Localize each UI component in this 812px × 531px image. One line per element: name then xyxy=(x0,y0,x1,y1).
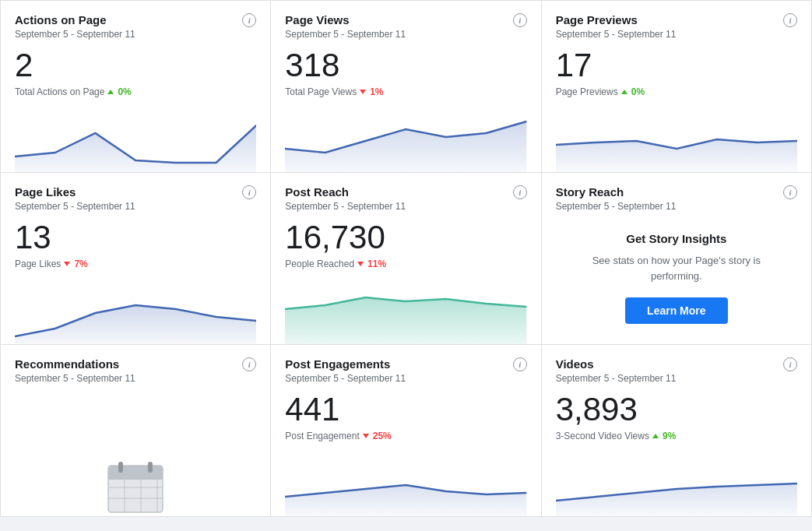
recommendations-content xyxy=(15,392,256,516)
line-chart xyxy=(556,454,797,516)
svg-rect-9 xyxy=(148,462,153,473)
info-icon[interactable]: i xyxy=(513,185,527,199)
card-title: Page Likes xyxy=(15,185,76,199)
info-icon[interactable]: i xyxy=(242,357,256,371)
info-icon[interactable]: i xyxy=(783,357,797,371)
card-header: Page Previews i xyxy=(556,13,797,27)
trend-value: 0% xyxy=(118,86,131,97)
card-title: Recommendations xyxy=(15,357,119,371)
line-chart xyxy=(15,110,256,172)
line-chart xyxy=(285,454,526,516)
learn-more-button[interactable]: Learn More xyxy=(625,297,727,324)
card-date: September 5 - September 11 xyxy=(285,373,526,384)
card-post-reach: Post Reach i September 5 - September 11 … xyxy=(271,173,540,344)
card-title: Videos xyxy=(556,357,594,371)
metrics-grid: Actions on Page i September 5 - Septembe… xyxy=(0,0,812,517)
card-title: Page Previews xyxy=(556,13,638,26)
calendar-icon xyxy=(104,454,167,516)
card-title: Story Reach xyxy=(556,185,624,199)
card-story-reach: Story Reach i September 5 - September 11… xyxy=(542,173,811,344)
card-date: September 5 - September 11 xyxy=(285,29,526,40)
svg-marker-3 xyxy=(15,305,256,344)
card-page-likes: Page Likes i September 5 - September 11 … xyxy=(1,173,270,344)
card-recommendations: Recommendations i September 5 - Septembe… xyxy=(1,345,270,516)
card-title: Post Engagements xyxy=(285,357,390,371)
card-value: 16,730 xyxy=(285,220,526,255)
line-chart xyxy=(15,282,256,344)
card-header: Story Reach i xyxy=(556,185,797,199)
card-header: Page Views i xyxy=(285,13,526,27)
trend-value: 11% xyxy=(367,258,386,269)
chart-area xyxy=(285,277,526,344)
card-date: September 5 - September 11 xyxy=(15,373,256,384)
card-header: Page Likes i xyxy=(15,185,256,199)
card-title: Actions on Page xyxy=(15,13,107,26)
card-date: September 5 - September 11 xyxy=(556,29,797,40)
card-date: September 5 - September 11 xyxy=(285,201,526,212)
info-icon[interactable]: i xyxy=(783,13,797,27)
card-value: 441 xyxy=(285,392,526,427)
card-post-engagements: Post Engagements i September 5 - Septemb… xyxy=(271,345,540,516)
svg-rect-7 xyxy=(108,473,163,480)
trend-up-icon xyxy=(652,434,659,438)
card-value: 13 xyxy=(15,220,256,255)
line-chart xyxy=(285,282,526,344)
card-videos: Videos i September 5 - September 11 3,89… xyxy=(542,345,811,516)
trend-down-icon xyxy=(360,90,366,94)
story-reach-desc: See stats on how your Page's story is pe… xyxy=(571,253,782,283)
card-title: Page Views xyxy=(285,13,349,26)
card-value: 318 xyxy=(285,47,526,83)
card-value: 2 xyxy=(15,47,256,83)
chart-area xyxy=(556,105,797,172)
svg-marker-0 xyxy=(15,125,256,172)
card-header: Post Reach i xyxy=(285,185,526,199)
trend-value: 25% xyxy=(373,431,392,441)
info-icon[interactable]: i xyxy=(242,13,256,27)
story-reach-content: Get Story Insights See stats on how your… xyxy=(556,220,797,344)
card-header: Videos i xyxy=(556,357,797,371)
card-date: September 5 - September 11 xyxy=(15,201,256,212)
chart-area xyxy=(556,449,797,516)
card-actions-on-page: Actions on Page i September 5 - Septembe… xyxy=(1,1,270,172)
info-icon[interactable]: i xyxy=(242,185,256,199)
trend-up-icon xyxy=(621,90,627,94)
card-date: September 5 - September 11 xyxy=(556,373,797,384)
trend-down-icon xyxy=(363,434,369,438)
trend-down-icon xyxy=(357,262,364,266)
trend-value: 1% xyxy=(370,86,383,97)
card-sublabel: 3-Second Video Views 9% xyxy=(556,431,797,441)
line-chart xyxy=(285,110,526,172)
svg-marker-2 xyxy=(556,139,797,172)
trend-up-icon xyxy=(107,90,114,94)
chart-area xyxy=(15,277,256,344)
card-header: Post Engagements i xyxy=(285,357,526,371)
card-page-views: Page Views i September 5 - September 11 … xyxy=(271,1,540,172)
trend-down-icon xyxy=(64,262,70,266)
card-header: Actions on Page i xyxy=(15,13,256,27)
chart-area xyxy=(285,105,526,172)
card-page-previews: Page Previews i September 5 - September … xyxy=(542,1,811,172)
card-sublabel: People Reached 11% xyxy=(285,258,526,269)
svg-rect-8 xyxy=(118,462,123,473)
card-sublabel: Page Likes 7% xyxy=(15,258,256,269)
line-chart xyxy=(556,110,797,172)
trend-value: 9% xyxy=(663,431,676,441)
chart-area xyxy=(15,105,256,172)
trend-value: 0% xyxy=(631,86,645,97)
info-icon[interactable]: i xyxy=(513,357,527,371)
trend-value: 7% xyxy=(74,258,87,269)
card-sublabel: Total Actions on Page 0% xyxy=(15,86,256,97)
card-sublabel: Post Engagement 25% xyxy=(285,431,526,441)
card-value: 17 xyxy=(556,47,797,83)
card-value: 3,893 xyxy=(556,392,797,427)
card-date: September 5 - September 11 xyxy=(15,29,256,40)
card-sublabel: Total Page Views 1% xyxy=(285,86,526,97)
card-header: Recommendations i xyxy=(15,357,256,371)
svg-marker-15 xyxy=(285,485,526,516)
card-date: September 5 - September 11 xyxy=(556,201,797,212)
chart-area xyxy=(285,449,526,516)
info-icon[interactable]: i xyxy=(513,13,527,27)
info-icon[interactable]: i xyxy=(783,185,797,199)
story-reach-title: Get Story Insights xyxy=(626,232,726,245)
card-sublabel: Page Previews 0% xyxy=(556,86,797,97)
